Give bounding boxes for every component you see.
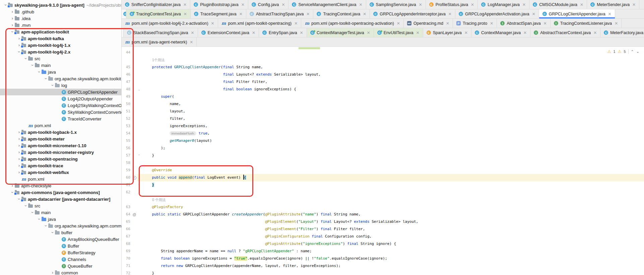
close-icon[interactable]: ✕ (416, 30, 420, 35)
close-icon[interactable]: ✕ (490, 21, 493, 26)
fold-marker[interactable] (137, 115, 141, 122)
code-line[interactable]: 55 getManager0(layout) (122, 137, 644, 145)
fold-marker[interactable] (137, 130, 141, 137)
previous-problem-icon[interactable]: ⌃ (631, 50, 634, 54)
fold-marker[interactable] (137, 167, 141, 174)
code-line[interactable]: 62 (122, 189, 644, 196)
code-line[interactable]: 54 immediateFlush: true, (122, 130, 644, 137)
close-icon[interactable]: ✕ (184, 12, 187, 16)
fold-marker[interactable] (137, 71, 141, 78)
code-line[interactable]: 48⌄ final boolean ignoreExceptions) { (122, 86, 644, 93)
fold-marker[interactable] (137, 211, 141, 218)
tree-item[interactable]: CBuffer (0, 243, 121, 249)
clipped-tab-stub[interactable]: C (122, 9, 126, 18)
tree-item[interactable]: ›common (0, 269, 121, 275)
fold-marker[interactable] (137, 56, 141, 64)
close-icon[interactable]: ✕ (608, 12, 611, 16)
code-text[interactable]: } (141, 181, 644, 189)
chevron-right-icon[interactable]: › (10, 16, 15, 21)
code-line[interactable]: 66 @PluginElement("Filter") final Filter… (122, 225, 644, 233)
chevron-down-icon[interactable]: › (37, 70, 42, 74)
chevron-down-icon[interactable]: › (23, 203, 28, 208)
editor-tab[interactable]: CEnvUtilTest.java✕ (374, 28, 423, 37)
tree-item[interactable]: ›java (0, 69, 121, 75)
code-text[interactable]: super( (141, 93, 644, 100)
chevron-down-icon[interactable]: › (37, 217, 42, 221)
code-text[interactable]: 1个用法 (141, 56, 644, 64)
editor-tab[interactable]: IAbstractTracerContext.java✕ (530, 28, 600, 37)
fold-marker[interactable] (137, 93, 141, 100)
editor-tab[interactable]: CSnifferConfigInitializer.java✕ (122, 0, 190, 9)
fold-marker[interactable] (137, 122, 141, 130)
editor-tab[interactable]: CStackBasedTracingSpan.java✕ (124, 28, 198, 37)
tree-item[interactable]: ›src (0, 55, 121, 62)
fold-marker[interactable] (137, 145, 141, 152)
override-method-gutter-icon[interactable]: ↑ (133, 176, 136, 180)
project-panel[interactable]: ›skywalking-java-9.1.0 [java-agent]~/Ide… (0, 0, 121, 275)
tree-item[interactable]: ›src (0, 202, 121, 209)
close-icon[interactable]: ✕ (522, 2, 526, 7)
editor-tab[interactable]: mpom.xml (apm-toolkit-opentracing)✕ (218, 19, 302, 28)
fold-marker[interactable] (137, 189, 141, 196)
usages-hint[interactable]: 1个用法 (143, 58, 165, 62)
code-text[interactable]: @PluginAttribute("ignoreExceptions") fin… (141, 240, 644, 248)
chevron-down-icon[interactable]: › (30, 210, 35, 215)
editor-tab[interactable]: CExtensionContext.java✕ (198, 28, 259, 37)
fold-marker[interactable]: ⌄ (137, 86, 141, 93)
editor-tab[interactable]: CGRPCLogClientAppender.java✕ (539, 9, 615, 18)
code-text[interactable]: name, (141, 100, 644, 108)
code-text[interactable]: @PluginConfiguration final Configuration… (141, 233, 644, 240)
code-line[interactable]: 72 } (122, 270, 644, 275)
close-icon[interactable]: ✕ (239, 12, 243, 16)
close-icon[interactable]: ✕ (183, 2, 187, 7)
tree-item[interactable]: ›apm-toolkit-meter (0, 135, 121, 142)
editor-tab[interactable]: CTracingContextTest.java✕ (126, 9, 191, 18)
code-line[interactable]: 50 name, (122, 100, 644, 108)
code-line[interactable]: 57⌃ } (122, 152, 644, 159)
fold-marker[interactable]: ⌃ (137, 181, 141, 189)
code-text[interactable] (141, 159, 644, 167)
code-text[interactable]: filter, (141, 115, 644, 122)
tree-item[interactable]: mpom.xml (0, 176, 121, 182)
usages-hint[interactable]: 0 个用法 (143, 198, 166, 202)
editor-tab[interactable]: CEntrySpan.java✕ (259, 28, 307, 37)
close-icon[interactable]: ✕ (615, 21, 618, 26)
fold-marker[interactable] (137, 49, 141, 56)
code-line[interactable]: 65 @PluginElement("Layout") final Layout… (122, 218, 644, 225)
editor-tab[interactable]: CTracingContext.java✕ (313, 9, 370, 18)
tree-item[interactable]: CGRPCLogClientAppender (0, 89, 121, 95)
code-text[interactable]: String appenderName = name == null ? "gR… (141, 248, 644, 255)
editor-tab[interactable]: CConfig.java✕ (248, 0, 289, 9)
code-line[interactable]: 71 return new GRPCLogClientAppender(appe… (122, 262, 644, 270)
fold-marker[interactable] (137, 270, 141, 275)
code-text[interactable]: public static GRPCLogClientAppender crea… (141, 211, 644, 218)
code-text[interactable]: immediateFlush: true, (141, 130, 644, 137)
fold-marker[interactable] (137, 262, 141, 270)
fold-marker[interactable]: ⌃ (137, 152, 141, 159)
fold-marker[interactable] (137, 218, 141, 225)
tree-item[interactable]: IQueueBuffer (0, 263, 121, 269)
chevron-right-icon[interactable]: › (10, 9, 15, 14)
fold-marker[interactable] (137, 137, 141, 145)
usage-inlay-row[interactable]: 0 个用法 (122, 196, 644, 203)
chevron-right-icon[interactable]: › (50, 270, 55, 275)
tree-item[interactable]: ›apm-toolkit-kafka (0, 35, 121, 42)
editor-tab[interactable]: CTraceSegment.java✕ (191, 9, 246, 18)
code-text[interactable]: final Layout<? extends Serializable> lay… (141, 71, 644, 78)
tree-item[interactable]: ›apm-commons [java-agent-commons] (0, 189, 121, 196)
tree-item[interactable]: ›apm-application-toolkit (0, 28, 121, 35)
code-line[interactable]: 52 filter, (122, 115, 644, 122)
close-icon[interactable]: ✕ (532, 12, 535, 16)
code-lines[interactable]: 441个用法45 protected GRPCLogClientAppender… (122, 47, 644, 275)
fold-marker[interactable] (137, 159, 141, 167)
editor-tab[interactable]: mpom.xml (apm-toolkit-log4j-2.x-activati… (122, 19, 218, 28)
code-line[interactable]: 60↑⌄ public void append(final LogEvent e… (122, 174, 644, 181)
code-text[interactable]: public void append(final LogEvent event)… (141, 174, 644, 181)
code-text[interactable]: final Filter filter, (141, 78, 644, 86)
code-text[interactable]: getManager0(layout) (141, 137, 644, 145)
editor-tab[interactable]: mpom.xml (apm-toolkit-opentracing-activa… (301, 19, 404, 28)
fold-marker[interactable] (137, 225, 141, 233)
code-line[interactable]: 46 final Layout<? extends Serializable> … (122, 71, 644, 78)
close-icon[interactable]: ✕ (446, 21, 449, 26)
chevron-down-icon[interactable]: › (44, 76, 48, 81)
